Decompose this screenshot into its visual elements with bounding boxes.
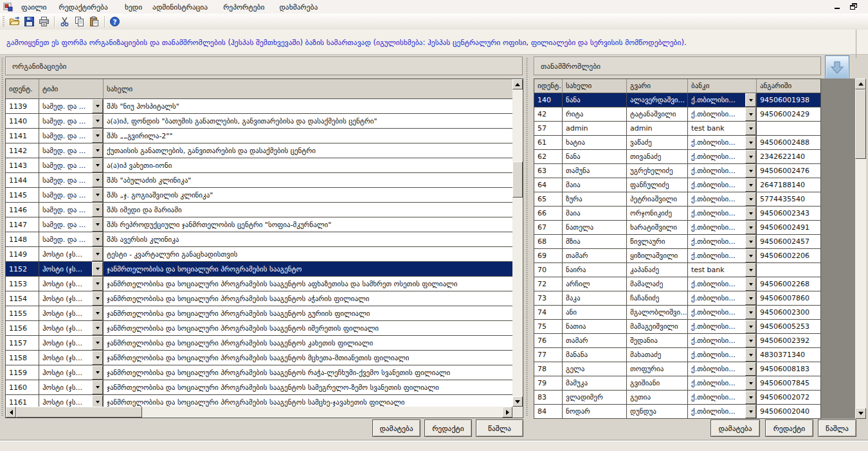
menu-help[interactable]: დახმარება: [279, 3, 318, 12]
scroll-thumb[interactable]: [16, 407, 142, 418]
type-dropdown-button[interactable]: [92, 291, 103, 306]
org-row[interactable]: 1147 სამედ. და ... შპს რეპროდუქციული ჯან…: [6, 217, 523, 232]
menu-reports[interactable]: რეპორტები: [223, 3, 264, 12]
bank-dropdown-button[interactable]: [745, 136, 756, 149]
menu-view[interactable]: ხედი: [125, 3, 142, 12]
type-dropdown-button[interactable]: [92, 99, 103, 113]
employee-row[interactable]: 70 ნაირა კაპანაძე test bank: [534, 263, 820, 277]
transfer-down-arrow-button[interactable]: [825, 55, 849, 80]
type-dropdown-button[interactable]: [92, 262, 103, 276]
scroll-left-button[interactable]: [6, 407, 16, 418]
org-row[interactable]: 1143 სამედ. და ... ა(ა)იპ ვახეთი-იონი: [6, 158, 523, 173]
scroll-up-button[interactable]: [512, 79, 523, 89]
emp-vertical-scrollbar[interactable]: [855, 78, 866, 419]
employee-row[interactable]: 77 მანანა მახათაძე ქ.თბილისი... 48303713…: [534, 348, 820, 362]
bank-dropdown-button[interactable]: [745, 376, 756, 390]
bank-dropdown-button[interactable]: [745, 249, 756, 262]
employee-row[interactable]: 67 ნათელა ხარატიშვილი ქ.თბილისი... 94506…: [534, 221, 820, 235]
bank-dropdown-button[interactable]: [745, 306, 756, 319]
employee-row[interactable]: 57 admin admin test bank: [534, 122, 820, 136]
type-dropdown-button[interactable]: [92, 336, 103, 350]
employee-row[interactable]: 78 გელა თოფურია ქ.თბილისი... 94506008183: [534, 362, 820, 376]
emp-add-button[interactable]: დამატება: [710, 419, 760, 437]
employee-row[interactable]: 75 ნათია მამაგეიშვილი ქ.თბილისი... 94506…: [534, 320, 820, 334]
employee-row[interactable]: 83 ვლადიმერ გეთია ქ.თბილისი... 945060020…: [534, 391, 820, 405]
type-dropdown-button[interactable]: [92, 217, 103, 232]
org-row[interactable]: 1149 ჰოსტი (ჯს... ტესტი - კვარტალური გან…: [6, 247, 523, 262]
type-dropdown-button[interactable]: [92, 173, 103, 187]
bank-dropdown-button[interactable]: [745, 107, 756, 121]
save-icon[interactable]: [22, 15, 37, 29]
bank-dropdown-button[interactable]: [745, 221, 756, 234]
org-edit-button[interactable]: რედაქტი: [424, 419, 472, 437]
scroll-down-button[interactable]: [855, 408, 866, 419]
bank-dropdown-button[interactable]: [745, 334, 756, 347]
help-icon[interactable]: ?: [107, 15, 122, 29]
type-dropdown-button[interactable]: [92, 380, 103, 394]
org-row[interactable]: 1158 ჰოსტი (ჯს... ჯანმრთელობისა და სოცია…: [6, 351, 523, 365]
type-dropdown-button[interactable]: [92, 321, 103, 335]
type-dropdown-button[interactable]: [92, 306, 103, 320]
type-dropdown-button[interactable]: [92, 277, 103, 291]
bank-dropdown-button[interactable]: [745, 150, 756, 163]
employee-row[interactable]: 69 თამარ ყიზილაშვილი ქ.თბილისი... 945060…: [534, 249, 820, 263]
bank-dropdown-button[interactable]: [745, 391, 756, 404]
org-add-button[interactable]: დამატება: [372, 419, 420, 437]
type-dropdown-button[interactable]: [92, 129, 103, 143]
employee-row[interactable]: 140 ნანა ალავერდაშვი... ქ.თბილისი... 945…: [534, 93, 820, 107]
bank-dropdown-button[interactable]: [745, 320, 756, 333]
emp-delete-button[interactable]: წაშლა: [818, 419, 856, 437]
copy-icon[interactable]: [72, 15, 87, 29]
employee-row[interactable]: 73 მაკა ჩაჩანიძე ქ.თბილისი... 9450600786…: [534, 291, 820, 306]
employee-row[interactable]: 63 თამუნა უგრეხელიძე ქ.თბილისი... 945060…: [534, 164, 820, 178]
minimize-button[interactable]: [834, 3, 842, 10]
bottom-splitter-bar[interactable]: [0, 441, 868, 451]
toolbar-grip[interactable]: [3, 16, 5, 27]
menu-file[interactable]: ფაილი: [21, 3, 46, 12]
bank-dropdown-button[interactable]: [745, 277, 756, 291]
org-row[interactable]: 1148 სამედ. და ... შპს ავერსის კლინიკა: [6, 232, 523, 247]
org-vertical-scrollbar[interactable]: [512, 79, 523, 407]
employee-row[interactable]: 76 თამარ შედანია ქ.თბილისი... 9450600239…: [534, 334, 820, 348]
org-row[interactable]: 1140 სამედ. და ... ა(ა)იპ, ფონდის "ბათუმ…: [6, 114, 523, 129]
employee-row[interactable]: 61 ხატია ვაწაძე ქ.თბილისი... 94506002488: [534, 136, 820, 150]
print-icon[interactable]: [37, 15, 51, 29]
paste-icon[interactable]: [87, 15, 102, 29]
employee-row[interactable]: 64 მაია ფანჩულიძე ქ.თბილისი... 264718814…: [534, 178, 820, 192]
employee-row[interactable]: 62 ნანა თივანაძე ქ.თბილისი... 2342622140: [534, 150, 820, 164]
scroll-up-button[interactable]: [855, 78, 866, 89]
type-dropdown-button[interactable]: [92, 365, 103, 380]
bank-dropdown-button[interactable]: [745, 122, 756, 135]
bank-dropdown-button[interactable]: [745, 207, 756, 220]
cut-icon[interactable]: [57, 15, 72, 29]
employee-row[interactable]: 74 ანი მგალობლიშვი... ქ.თბილისი... 94506…: [534, 306, 820, 320]
scroll-down-button[interactable]: [512, 396, 523, 407]
bank-dropdown-button[interactable]: [745, 405, 756, 418]
bank-dropdown-button[interactable]: [745, 93, 756, 107]
employee-row[interactable]: 42 რიტა ტატანაშვილი ქ.თბილისი... 9450600…: [534, 107, 820, 122]
menu-edit[interactable]: რედაქტირება: [59, 3, 107, 12]
org-row[interactable]: 1156 ჰოსტი (ჯს... ჯანმრთელობისა და სოცია…: [6, 321, 523, 336]
org-row[interactable]: 1139 სამედ. და ... შპს "ნიუ ჰოსპიტალს": [6, 99, 523, 114]
org-horizontal-scrollbar[interactable]: [6, 407, 512, 418]
panel-splitter[interactable]: [526, 58, 528, 416]
org-row[interactable]: 1141 სამედ. და ... შპს „„გვირილა-2"": [6, 129, 523, 143]
type-dropdown-button[interactable]: [92, 114, 103, 128]
scroll-thumb[interactable]: [512, 161, 523, 198]
employee-row[interactable]: 68 მზია წივლაური ქ.თბილისი... 9450600245…: [534, 235, 820, 249]
employee-row[interactable]: 84 ნოდარ დუნდუა ქ.თბილისი... 94506002040: [534, 405, 820, 419]
open-folder-icon[interactable]: [7, 15, 22, 29]
org-row[interactable]: 1155 ჰოსტი (ჯს... ჯანმრთელობისა და სოცია…: [6, 306, 523, 321]
org-delete-button[interactable]: წაშლა: [476, 419, 523, 437]
bank-dropdown-button[interactable]: [745, 362, 756, 376]
restore-button[interactable]: [850, 3, 858, 10]
type-dropdown-button[interactable]: [92, 232, 103, 246]
scroll-right-button[interactable]: [502, 407, 512, 418]
bank-dropdown-button[interactable]: [745, 291, 756, 305]
org-row[interactable]: 1157 ჰოსტი (ჯს... ჯანმრთელობისა და სოცია…: [6, 336, 523, 351]
employee-row[interactable]: 72 არჩილ მამალაძე ქ.თბილისი... 945060022…: [534, 277, 820, 291]
type-dropdown-button[interactable]: [92, 188, 103, 202]
bank-dropdown-button[interactable]: [745, 178, 756, 192]
org-row[interactable]: 1159 ჰოსტი (ჯს... ჯანმრთელობისა და სოცია…: [6, 365, 523, 380]
type-dropdown-button[interactable]: [92, 158, 103, 172]
